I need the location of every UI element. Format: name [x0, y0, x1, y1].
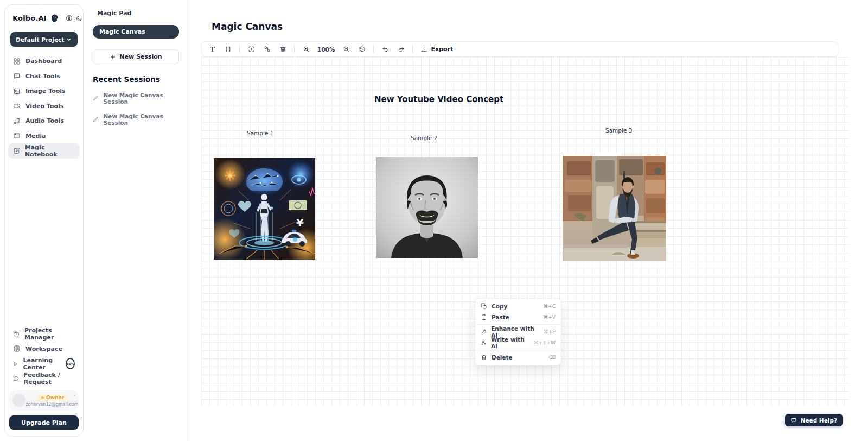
context-menu-label: Paste [492, 314, 509, 320]
canvas-label-sample-1[interactable]: Sample 1 [247, 130, 273, 136]
export-button[interactable]: Export [418, 46, 455, 53]
briefcase-icon [13, 330, 20, 338]
moon-icon [76, 15, 82, 22]
heading-tool-icon [225, 46, 232, 53]
need-help-label: Need Help? [801, 417, 837, 424]
toolbar-separator [294, 45, 295, 53]
sidebar-item-label: Chat Tools [25, 73, 60, 80]
context-menu-separator [475, 350, 561, 350]
logo-row: Kolbo.AI [8, 12, 80, 23]
heading-tool-button[interactable] [222, 43, 234, 55]
brand-logo: Kolbo.AI [12, 14, 47, 22]
connector-tool-button[interactable] [261, 43, 273, 55]
trash-icon [279, 46, 286, 53]
canvas-label-sample-2[interactable]: Sample 2 [411, 135, 437, 141]
panel-item-magic-pad[interactable]: Magic Pad [93, 8, 179, 19]
copy-icon [481, 303, 487, 310]
clipboard-icon [481, 314, 487, 320]
chat-bubble-icon [790, 417, 797, 424]
new-session-label: New Session [119, 53, 162, 60]
context-menu-item-copy[interactable]: Copy ⌘+C [475, 301, 561, 312]
sample-1-image[interactable]: ¥ [214, 158, 315, 260]
panel-item-magic-canvas[interactable]: Magic Canvas [93, 25, 179, 39]
context-menu: Copy ⌘+C Paste ⌘+V Enhance with AI ⌘+E W… [475, 298, 561, 366]
user-account-card[interactable]: Owner zoharvan12@gmail.com ⌃ [9, 390, 79, 411]
chat-icon [13, 72, 21, 80]
sidebar-item-learning-center[interactable]: Learning Center 66% [8, 356, 80, 371]
video-icon [13, 102, 21, 110]
recent-sessions-heading: Recent Sessions [93, 75, 179, 84]
canvas-toolbar: 100% Export [201, 41, 838, 57]
theme-toggle-button[interactable] [76, 15, 82, 22]
sidebar-item-feedback[interactable]: Feedback / Request [8, 371, 80, 387]
export-label: Export [431, 46, 453, 53]
session-list-item[interactable]: New Magic Canvas Session [93, 113, 179, 126]
sidebar-item-audio-tools[interactable]: Audio Tools [8, 114, 80, 129]
undo-button[interactable] [379, 43, 391, 55]
main-area: Magic Canvas 100% [188, 0, 868, 441]
canvas-text-object[interactable]: New Youtube Video Concept [374, 94, 503, 104]
context-menu-item-paste[interactable]: Paste ⌘+V [475, 312, 561, 323]
zoom-out-button[interactable] [340, 43, 352, 55]
sidebar-item-label: Image Tools [25, 87, 66, 94]
pencil-icon [93, 116, 99, 123]
session-item-label: New Magic Canvas Session [104, 92, 180, 105]
zoom-in-button[interactable] [300, 43, 312, 55]
sidebar-item-magic-notebook[interactable]: Magic Notebook [8, 143, 80, 159]
learning-progress-badge: 66% [66, 358, 75, 369]
reset-view-button[interactable] [356, 43, 368, 55]
owner-badge-label: Owner [46, 395, 64, 400]
context-menu-item-enhance-with-ai[interactable]: Enhance with AI ⌘+E [475, 326, 561, 337]
need-help-button[interactable]: Need Help? [785, 414, 843, 426]
message-circle-icon [13, 375, 19, 382]
language-button[interactable] [66, 15, 73, 22]
redo-icon [398, 46, 405, 53]
page-title: Magic Canvas [212, 21, 283, 32]
sidebar-item-video-tools[interactable]: Video Tools [8, 99, 80, 114]
globe-icon [66, 15, 73, 22]
select-scan-icon [248, 46, 255, 53]
sidebar-item-label: Feedback / Request [24, 371, 75, 386]
new-session-button[interactable]: New Session [93, 49, 179, 64]
sidebar-item-media[interactable]: Media [8, 129, 80, 144]
toolbar-separator [373, 45, 374, 53]
sidebar-item-image-tools[interactable]: Image Tools [8, 84, 80, 99]
project-selector[interactable]: Default Project [10, 32, 78, 47]
app-window: Kolbo.AI Default Project [0, 0, 868, 441]
context-menu-label: Copy [492, 303, 507, 310]
sample-2-image[interactable] [376, 157, 478, 258]
select-scan-tool-button[interactable] [245, 43, 257, 55]
sidebar-item-projects-manager[interactable]: Projects Manager [8, 326, 80, 342]
context-menu-shortcut: ⌘+E [544, 329, 556, 335]
sidebar-item-label: Audio Tools [25, 117, 64, 124]
delete-tool-button[interactable] [277, 43, 289, 55]
image-icon [13, 87, 21, 95]
chevron-down-icon [66, 36, 72, 43]
sidebar-item-workspace[interactable]: Workspace [8, 342, 80, 357]
context-menu-item-delete[interactable]: Delete ⌫ [475, 352, 561, 363]
sidebar-item-label: Projects Manager [24, 327, 75, 341]
sidebar-item-label: Workspace [25, 345, 62, 352]
redo-button[interactable] [395, 43, 407, 55]
magic-canvas-workspace[interactable]: New Youtube Video Concept Sample 1 Sampl… [201, 57, 849, 406]
crown-icon [40, 395, 45, 400]
context-menu-label: Delete [492, 354, 513, 361]
sidebar-item-label: Magic Notebook [25, 144, 75, 158]
canvas-label-sample-3[interactable]: Sample 3 [605, 127, 632, 134]
sidebar-item-dashboard[interactable]: Dashboard [8, 54, 80, 69]
sidebar-item-chat-tools[interactable]: Chat Tools [8, 69, 80, 84]
session-list-item[interactable]: New Magic Canvas Session [93, 92, 179, 105]
upgrade-plan-button[interactable]: Upgrade Plan [9, 415, 79, 430]
context-menu-item-write-with-ai[interactable]: Write with AI ⌘+⇧+W [475, 337, 561, 348]
magic-notebook-panel: Magic Pad Magic Canvas New Session Recen… [84, 0, 188, 441]
notebook-pen-icon [13, 147, 20, 155]
zoom-out-icon [343, 46, 350, 53]
plus-icon [110, 54, 116, 60]
sample-3-image[interactable] [563, 156, 666, 261]
toolbar-separator [239, 45, 240, 53]
text-tool-button[interactable] [206, 43, 218, 55]
primary-sidebar: Kolbo.AI Default Project [4, 4, 84, 437]
user-meta: Owner zoharvan12@gmail.com [29, 394, 75, 407]
download-icon [420, 46, 427, 53]
user-email: zoharvan12@gmail.com [25, 402, 78, 407]
